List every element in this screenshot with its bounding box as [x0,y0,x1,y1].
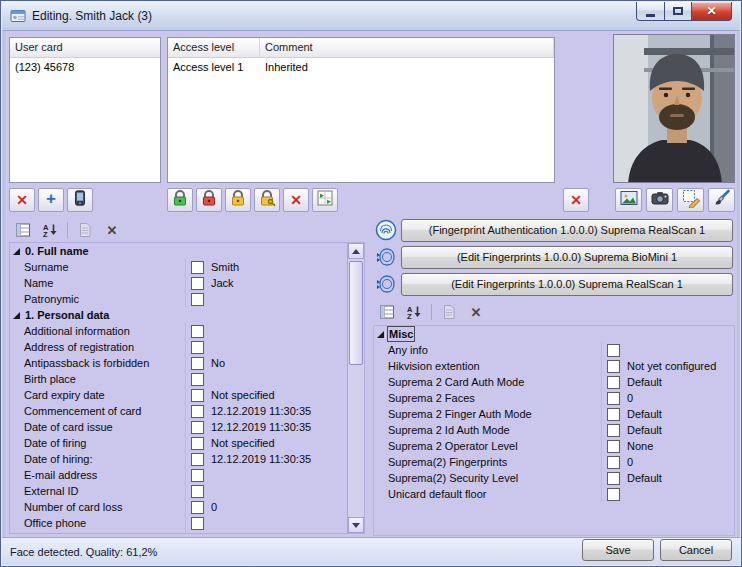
property-checkbox[interactable] [191,325,204,338]
property-value[interactable]: No [204,355,225,371]
crop-photo-button[interactable] [677,188,704,212]
green-lock-button[interactable] [167,188,193,212]
property-row[interactable]: Any info [374,342,734,358]
property-row[interactable]: Commencement of card12.12.2019 11:30:35 [10,403,347,419]
property-value[interactable]: Default [620,422,662,438]
property-checkbox[interactable] [191,277,204,290]
property-checkbox[interactable] [191,485,204,498]
property-value[interactable]: Default [620,470,662,486]
property-value[interactable]: Jack [204,275,234,291]
maximize-button[interactable] [665,2,692,21]
red-lock-button[interactable] [196,188,222,212]
collapse-icon[interactable] [13,312,20,319]
access-level-cell[interactable]: Access level 1 [168,58,260,77]
comment-cell[interactable]: Inherited [260,58,308,77]
property-row[interactable]: Birth place [10,371,347,387]
edit-photo-button[interactable] [708,188,735,212]
property-checkbox[interactable] [191,469,204,482]
property-page-button[interactable] [439,302,459,322]
property-checkbox[interactable] [607,456,620,469]
property-checkbox[interactable] [191,373,204,386]
property-checkbox[interactable] [191,357,204,370]
delete-card-button[interactable]: ✕ [9,188,35,212]
minimize-button[interactable] [636,2,665,21]
property-checkbox[interactable] [191,517,204,530]
property-checkbox[interactable] [191,421,204,434]
edit-fingerprints-realscan-button[interactable]: (Edit Fingerprints 1.0.0.0) Suprema Real… [401,273,733,296]
collapse-icon[interactable] [377,331,384,338]
property-row[interactable]: Suprema 2 Finger Auth ModeDefault [374,406,734,422]
load-photo-button[interactable] [615,188,642,212]
property-checkbox[interactable] [607,376,620,389]
user-card-item[interactable]: (123) 45678 [10,58,160,76]
property-value[interactable]: 12.12.2019 11:30:35 [204,419,311,435]
comment-column-header[interactable]: Comment [260,38,554,57]
property-value[interactable]: Smith [204,259,239,275]
property-checkbox[interactable] [191,437,204,450]
property-checkbox[interactable] [191,501,204,514]
yellow-lock-key-button[interactable] [254,188,280,212]
scroll-down-button[interactable] [348,517,364,533]
property-checkbox[interactable] [191,341,204,354]
user-card-column-header[interactable]: User card [10,38,160,58]
property-row[interactable]: Unicard default floor [374,486,734,502]
property-checkbox[interactable] [191,533,204,534]
property-page-button[interactable] [75,220,95,240]
property-row[interactable]: Hikvision extentionNot yet configured [374,358,734,374]
property-checkbox[interactable] [607,408,620,421]
property-row[interactable]: Address of registration [10,339,347,355]
property-row[interactable]: External ID [10,483,347,499]
categorized-view-button[interactable] [377,302,397,322]
sort-alphabetical-button[interactable]: AZ [404,302,424,322]
close-button[interactable]: ✕ [692,2,732,21]
property-value[interactable]: 0 [204,499,217,515]
property-row[interactable]: NameJack [10,275,347,291]
property-value[interactable]: Not specified [204,435,275,451]
property-row[interactable]: Suprema(2) Fingerprints0 [374,454,734,470]
property-value[interactable]: 12.12.2019 11:30:35 [204,451,311,467]
property-row[interactable]: Date of card issue12.12.2019 11:30:35 [10,419,347,435]
property-row[interactable]: SurnameSmith [10,259,347,275]
property-row[interactable]: Suprema 2 Faces0 [374,390,734,406]
vertical-scrollbar[interactable] [347,243,364,533]
property-value[interactable]: Default [620,406,662,422]
category-row[interactable]: 1. Personal data [10,307,347,323]
property-row[interactable]: Suprema(2) Security LevelDefault [374,470,734,486]
property-value[interactable]: Not specified [204,387,275,403]
property-value[interactable]: 12.12.2019 11:30:35 [204,403,311,419]
edit-fingerprints-biomini-button[interactable]: (Edit Fingerprints 1.0.0.0) Suprema BioM… [401,246,733,269]
property-checkbox[interactable] [191,405,204,418]
property-row[interactable]: Additional information [10,323,347,339]
delete-photo-button[interactable]: ✕ [563,188,589,212]
property-checkbox[interactable] [607,424,620,437]
property-value[interactable]: None [620,438,653,454]
category-row[interactable]: Misc [374,326,734,342]
cancel-button[interactable]: Cancel [660,539,732,561]
collapse-icon[interactable] [13,248,20,255]
property-row[interactable]: E-mail address [10,467,347,483]
property-row[interactable]: Date of hiring:12.12.2019 11:30:35 [10,451,347,467]
fingerprint-auth-button[interactable]: (Fingerprint Authentication 1.0.0.0) Sup… [401,219,733,242]
title-bar[interactable]: Editing. Smith Jack (3) ✕ [2,2,740,31]
scroll-up-button[interactable] [348,243,364,259]
property-checkbox[interactable] [607,488,620,501]
access-level-row[interactable]: Access level 1 Inherited [168,58,554,77]
add-card-button[interactable]: + [38,188,64,212]
property-checkbox[interactable] [607,392,620,405]
categorized-view-button[interactable] [13,220,33,240]
property-row[interactable]: Office phone [10,515,347,531]
property-row[interactable]: Date of firingNot specified [10,435,347,451]
sort-alphabetical-button[interactable]: AZ [40,220,60,240]
property-checkbox[interactable] [191,453,204,466]
property-checkbox[interactable] [607,344,620,357]
property-checkbox[interactable] [191,293,204,306]
property-checkbox[interactable] [607,440,620,453]
property-value[interactable]: 0 [620,390,633,406]
property-checkbox[interactable] [607,472,620,485]
property-checkbox[interactable] [191,261,204,274]
yellow-lock-button[interactable] [225,188,251,212]
property-row[interactable]: Card expiry dateNot specified [10,387,347,403]
property-row[interactable]: Suprema 2 Card Auth ModeDefault [374,374,734,390]
property-checkbox[interactable] [607,360,620,373]
access-rights-button[interactable] [312,188,338,212]
